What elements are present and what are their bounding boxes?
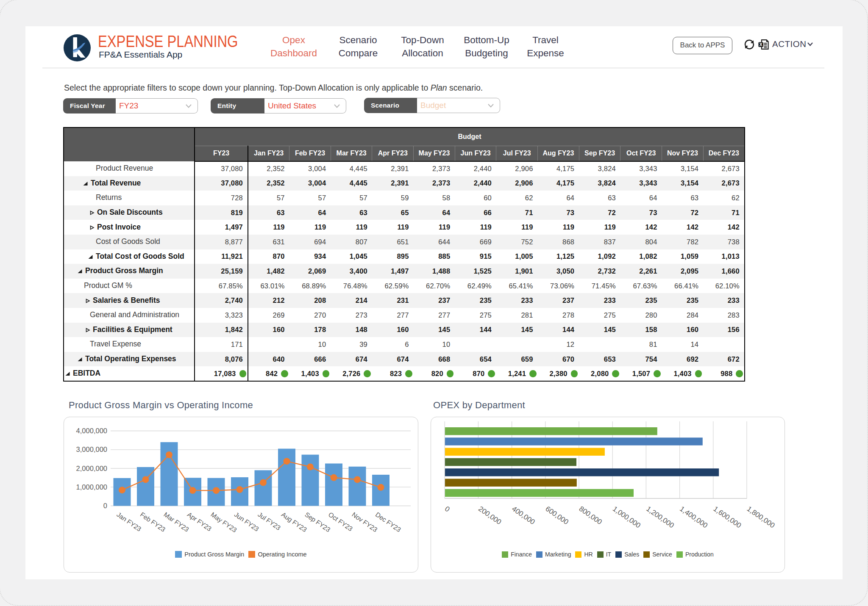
svg-text:600,000: 600,000 — [544, 505, 570, 526]
svg-text:1,400,000: 1,400,000 — [678, 505, 709, 530]
svg-text:4,000,000: 4,000,000 — [76, 427, 107, 434]
svg-text:1,200,000: 1,200,000 — [645, 505, 676, 530]
svg-text:Nov FY23: Nov FY23 — [351, 511, 378, 533]
svg-text:200,000: 200,000 — [477, 505, 503, 526]
svg-text:Feb FY23: Feb FY23 — [139, 511, 167, 533]
svg-text:Sep FY23: Sep FY23 — [303, 511, 331, 533]
svg-text:May FY23: May FY23 — [209, 511, 238, 534]
svg-text:2,000,000: 2,000,000 — [76, 465, 107, 472]
svg-text:Oct FY23: Oct FY23 — [327, 511, 354, 532]
svg-text:Aug FY23: Aug FY23 — [280, 511, 308, 533]
svg-text:3,000,000: 3,000,000 — [76, 446, 107, 453]
svg-text:Jul FY23: Jul FY23 — [256, 511, 282, 531]
svg-text:Mar FY23: Mar FY23 — [162, 511, 190, 533]
svg-text:0: 0 — [103, 502, 107, 509]
svg-text:400,000: 400,000 — [510, 505, 536, 526]
svg-text:Jan FY23: Jan FY23 — [115, 511, 142, 533]
svg-text:1,800,000: 1,800,000 — [746, 505, 776, 530]
svg-text:0: 0 — [443, 505, 451, 514]
svg-text:1,000,000: 1,000,000 — [76, 483, 107, 491]
svg-text:1,600,000: 1,600,000 — [712, 505, 743, 530]
svg-text:Apr FY23: Apr FY23 — [186, 511, 213, 532]
svg-text:800,000: 800,000 — [578, 505, 604, 526]
svg-text:X: X — [760, 42, 762, 47]
svg-text:1,000,000: 1,000,000 — [611, 505, 642, 530]
svg-text:Dec FY23: Dec FY23 — [374, 511, 402, 533]
svg-text:Jun FY23: Jun FY23 — [233, 511, 260, 533]
